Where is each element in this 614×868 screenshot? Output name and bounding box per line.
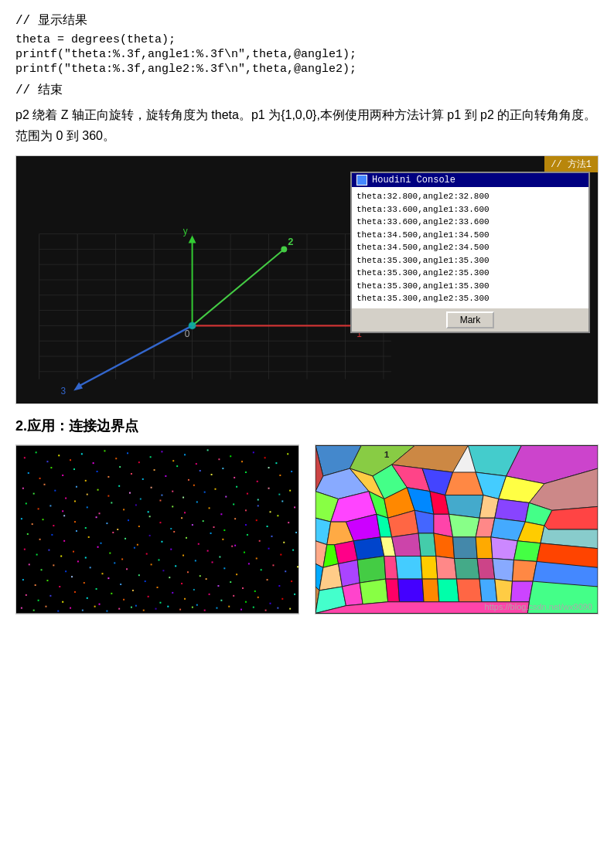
svg-marker-330 [414,511,434,534]
svg-rect-53 [207,450,209,451]
svg-rect-111 [26,503,27,505]
svg-rect-39 [46,461,48,463]
svg-point-35 [189,322,196,330]
svg-marker-372 [479,579,497,602]
svg-marker-345 [453,537,478,559]
svg-rect-212 [101,574,103,575]
svg-rect-163 [63,540,65,542]
svg-marker-360 [493,559,514,582]
svg-rect-145 [138,526,140,527]
svg-rect-296 [277,608,278,609]
svg-rect-269 [233,595,234,597]
svg-rect-128 [233,504,234,505]
svg-rect-275 [21,608,22,609]
svg-rect-182 [295,532,297,533]
svg-rect-119 [123,509,125,511]
svg-rect-103 [214,488,216,490]
svg-rect-241 [169,577,170,579]
svg-rect-252 [26,594,27,596]
description-text: p2 绕着 Z 轴正向旋转，旋转角度为 theta。p1 为{1,0,0},本例… [15,104,599,146]
svg-rect-246 [230,581,231,583]
console-icon [356,175,367,186]
svg-rect-85 [22,488,24,489]
svg-rect-258 [99,604,101,605]
console-footer: Mark [352,308,588,332]
svg-rect-105 [236,486,237,488]
svg-rect-137 [53,525,54,526]
svg-rect-155 [245,524,247,526]
svg-rect-224 [248,563,250,565]
svg-rect-76 [200,470,201,471]
svg-rect-42 [81,454,83,455]
svg-rect-177 [234,545,236,546]
svg-rect-124 [184,512,186,514]
svg-rect-173 [186,537,187,539]
code-line-1: theta = degrees(theta); [15,33,599,46]
svg-rect-218 [175,566,176,567]
svg-rect-186 [60,556,62,557]
svg-marker-367 [386,579,400,602]
svg-rect-287 [167,606,169,608]
svg-rect-178 [247,534,248,536]
svg-rect-214 [126,569,128,570]
svg-rect-276 [33,610,35,611]
svg-rect-165 [88,536,90,538]
houdini-console: Houdini Console theta:32.800,angle2:32.8… [350,172,590,333]
svg-rect-294 [253,607,254,608]
svg-rect-40 [58,455,60,457]
svg-rect-108 [268,488,270,489]
svg-rect-297 [289,608,291,610]
svg-rect-158 [277,516,278,517]
svg-rect-169 [137,544,138,546]
svg-rect-190 [109,553,111,554]
svg-rect-248 [254,591,256,592]
svg-text:3: 3 [60,386,66,397]
svg-rect-81 [257,481,258,482]
svg-rect-66 [85,480,87,482]
mark-button[interactable]: Mark [446,311,495,328]
svg-rect-106 [247,493,248,495]
svg-text:1: 1 [384,450,390,461]
svg-rect-290 [204,610,206,611]
console-title-text: Houdini Console [372,175,455,186]
svg-rect-209 [65,571,67,573]
svg-rect-79 [234,477,235,478]
svg-rect-54 [218,459,220,461]
svg-rect-113 [49,505,51,507]
svg-rect-233 [71,577,73,578]
svg-rect-291 [216,608,217,609]
svg-marker-366 [360,579,388,604]
svg-rect-274 [294,594,295,595]
section-2-heading: 2.应用：连接边界点 [15,417,599,435]
console-line: theta:35.300,angle2:35.300 [356,292,584,305]
svg-rect-84 [291,471,292,472]
svg-rect-281 [94,606,96,608]
svg-rect-179 [259,540,261,542]
svg-rect-61 [28,472,29,474]
svg-rect-47 [138,462,140,464]
svg-rect-58 [264,458,266,459]
svg-rect-215 [138,575,140,577]
svg-rect-254 [49,595,51,597]
svg-rect-200 [231,546,233,547]
svg-rect-234 [84,582,85,584]
svg-rect-223 [236,574,237,576]
svg-rect-270 [245,601,247,603]
watermark: https://blog.csdn.net/wx9090 [485,602,592,611]
svg-rect-153 [223,529,225,531]
svg-rect-142 [106,523,107,524]
svg-rect-147 [159,523,161,524]
code-comment-1: // 显示结果 [15,12,599,29]
svg-rect-245 [217,585,219,587]
svg-rect-205 [292,550,294,551]
svg-marker-346 [476,537,493,559]
console-line: theta:35.300,angle1:35.300 [356,254,584,267]
svg-rect-199 [219,557,220,558]
svg-rect-264 [172,592,173,594]
svg-rect-112 [38,509,39,510]
console-line: theta:34.500,angle1:34.500 [356,229,584,242]
svg-rect-273 [281,598,283,600]
svg-rect-208 [53,565,54,567]
svg-rect-83 [279,475,281,476]
svg-rect-185 [48,550,49,551]
